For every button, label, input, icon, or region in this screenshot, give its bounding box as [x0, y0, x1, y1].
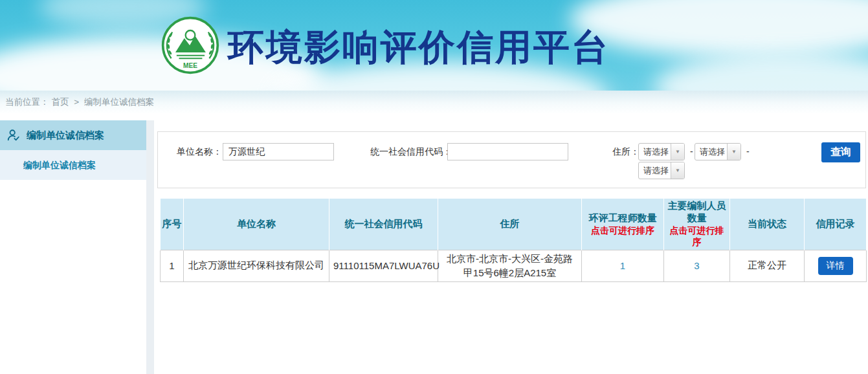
- header-status: 当前状态: [730, 199, 805, 250]
- results-table: 序号 单位名称 统一社会信用代码 住所 环评工程师数量 点击可进行排序 主要编制…: [160, 199, 867, 282]
- header-code: 统一社会信用代码: [329, 199, 438, 250]
- address-city-value: 请选择: [695, 144, 727, 160]
- header-address: 住所: [438, 199, 582, 250]
- sort-hint[interactable]: 点击可进行排序: [583, 225, 662, 237]
- header-staff-sortable[interactable]: 主要编制人员数量 点击可进行排序: [664, 199, 730, 250]
- cell-engineers: 1: [582, 250, 664, 282]
- header-index: 序号: [161, 199, 184, 250]
- search-panel: 单位名称： 统一社会信用代码： 住所： 请选择 ▼ - 请选择 ▼ - 请选择 …: [157, 131, 866, 188]
- address-district-select[interactable]: 请选择 ▼: [638, 162, 685, 179]
- cloud-decoration: [654, 52, 868, 91]
- address-city-select[interactable]: 请选择 ▼: [695, 143, 741, 160]
- header-company: 单位名称: [184, 199, 329, 250]
- address-dash: -: [746, 143, 750, 160]
- cell-status: 正常公开: [730, 250, 805, 282]
- user-check-icon: [6, 128, 21, 142]
- credit-code-label: 统一社会信用代码：: [370, 143, 452, 160]
- sidebar-divider: [146, 120, 154, 374]
- sidebar-subitem-unit-credit-archive[interactable]: 编制单位诚信档案: [0, 150, 146, 180]
- sidebar-item-unit-credit-archive[interactable]: 编制单位诚信档案: [0, 120, 146, 150]
- engineers-count-link[interactable]: 1: [620, 260, 625, 271]
- cell-staff: 3: [664, 250, 730, 282]
- company-name-input[interactable]: [223, 143, 334, 160]
- breadcrumb-separator: >: [74, 97, 79, 107]
- breadcrumb-current: 编制单位诚信档案: [84, 97, 154, 107]
- mee-logo-icon: MEE: [161, 16, 220, 75]
- company-link[interactable]: 北京万源世纪环保科技有限公司: [184, 250, 329, 282]
- sidebar: 编制单位诚信档案 编制单位诚信档案: [0, 120, 146, 180]
- query-button[interactable]: 查询: [821, 142, 860, 162]
- chevron-down-icon[interactable]: ▼: [671, 144, 684, 160]
- sidebar-parent-label: 编制单位诚信档案: [27, 129, 104, 142]
- address-label: 住所：: [612, 143, 640, 160]
- address-district-value: 请选择: [639, 162, 671, 179]
- breadcrumb: 当前位置：首页 > 编制单位诚信档案: [0, 91, 868, 113]
- chevron-down-icon[interactable]: ▼: [727, 144, 740, 160]
- site-banner: MEE 环境影响评价信用平台: [0, 0, 868, 91]
- cell-index: 1: [161, 250, 184, 282]
- mee-logo-text: MEE: [183, 62, 197, 69]
- breadcrumb-home-link[interactable]: 首页: [52, 97, 69, 107]
- cloud-decoration: [570, 0, 868, 58]
- staff-count-link[interactable]: 3: [694, 260, 699, 271]
- header-engineers-sortable[interactable]: 环评工程师数量 点击可进行排序: [582, 199, 664, 250]
- cell-credit-code: 91110115MA7LWUA76U: [329, 250, 438, 282]
- table-row: 1 北京万源世纪环保科技有限公司 91110115MA7LWUA76U 北京市-…: [161, 250, 867, 282]
- address-dash: -: [690, 143, 693, 160]
- company-name-label: 单位名称：: [177, 143, 222, 160]
- header-credit-record: 信用记录: [805, 199, 867, 250]
- cell-address: 北京市-北京市-大兴区-金苑路甲15号6幢2层A215室: [438, 250, 582, 282]
- chevron-down-icon[interactable]: ▼: [671, 162, 684, 179]
- address-province-value: 请选择: [639, 144, 671, 160]
- breadcrumb-prefix: 当前位置：: [5, 97, 49, 107]
- credit-code-input[interactable]: [447, 143, 568, 160]
- cell-credit-record: 详情: [805, 250, 867, 282]
- detail-button[interactable]: 详情: [818, 257, 853, 275]
- sort-hint[interactable]: 点击可进行排序: [665, 225, 728, 248]
- site-title: 环境影响评价信用平台: [228, 23, 610, 72]
- table-header-row: 序号 单位名称 统一社会信用代码 住所 环评工程师数量 点击可进行排序 主要编制…: [161, 199, 867, 250]
- address-province-select[interactable]: 请选择 ▼: [638, 143, 685, 160]
